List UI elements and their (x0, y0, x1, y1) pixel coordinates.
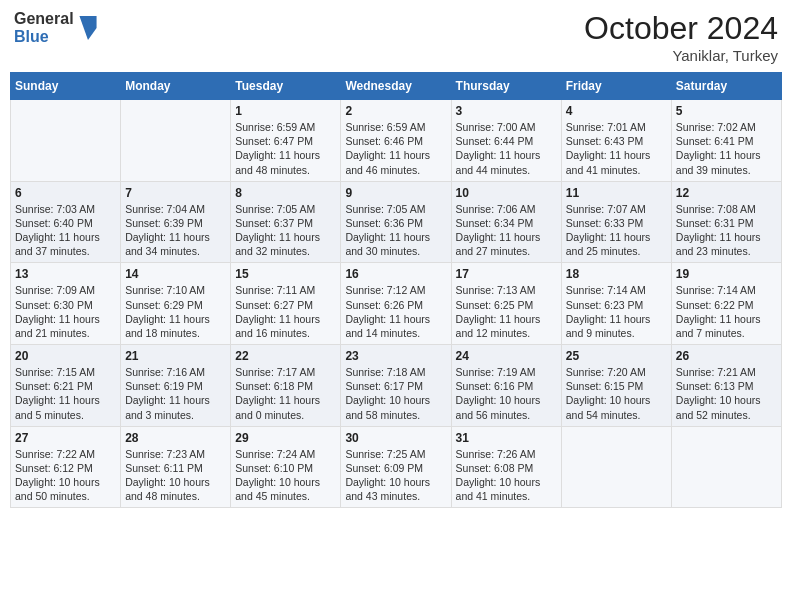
day-number: 28 (125, 431, 226, 445)
month-year-title: October 2024 (584, 10, 778, 47)
logo-blue-text: Blue (14, 28, 74, 46)
day-number: 21 (125, 349, 226, 363)
day-detail: Sunrise: 7:14 AM Sunset: 6:22 PM Dayligh… (676, 283, 777, 340)
calendar-cell: 30Sunrise: 7:25 AM Sunset: 6:09 PM Dayli… (341, 426, 451, 508)
day-detail: Sunrise: 7:19 AM Sunset: 6:16 PM Dayligh… (456, 365, 557, 422)
calendar-cell: 1Sunrise: 6:59 AM Sunset: 6:47 PM Daylig… (231, 100, 341, 182)
calendar-cell: 20Sunrise: 7:15 AM Sunset: 6:21 PM Dayli… (11, 345, 121, 427)
day-number: 7 (125, 186, 226, 200)
day-number: 6 (15, 186, 116, 200)
day-detail: Sunrise: 7:15 AM Sunset: 6:21 PM Dayligh… (15, 365, 116, 422)
day-number: 12 (676, 186, 777, 200)
day-number: 22 (235, 349, 336, 363)
day-detail: Sunrise: 7:04 AM Sunset: 6:39 PM Dayligh… (125, 202, 226, 259)
calendar-week-3: 13Sunrise: 7:09 AM Sunset: 6:30 PM Dayli… (11, 263, 782, 345)
day-detail: Sunrise: 7:14 AM Sunset: 6:23 PM Dayligh… (566, 283, 667, 340)
day-number: 25 (566, 349, 667, 363)
calendar-cell: 16Sunrise: 7:12 AM Sunset: 6:26 PM Dayli… (341, 263, 451, 345)
day-number: 17 (456, 267, 557, 281)
day-detail: Sunrise: 7:02 AM Sunset: 6:41 PM Dayligh… (676, 120, 777, 177)
day-number: 1 (235, 104, 336, 118)
day-number: 31 (456, 431, 557, 445)
col-header-tuesday: Tuesday (231, 73, 341, 100)
col-header-sunday: Sunday (11, 73, 121, 100)
calendar-cell: 7Sunrise: 7:04 AM Sunset: 6:39 PM Daylig… (121, 181, 231, 263)
calendar-cell: 18Sunrise: 7:14 AM Sunset: 6:23 PM Dayli… (561, 263, 671, 345)
day-detail: Sunrise: 7:06 AM Sunset: 6:34 PM Dayligh… (456, 202, 557, 259)
day-detail: Sunrise: 7:25 AM Sunset: 6:09 PM Dayligh… (345, 447, 446, 504)
day-number: 20 (15, 349, 116, 363)
day-detail: Sunrise: 7:03 AM Sunset: 6:40 PM Dayligh… (15, 202, 116, 259)
page-header: General Blue October 2024 Yaniklar, Turk… (10, 10, 782, 64)
day-number: 19 (676, 267, 777, 281)
col-header-thursday: Thursday (451, 73, 561, 100)
day-detail: Sunrise: 7:16 AM Sunset: 6:19 PM Dayligh… (125, 365, 226, 422)
calendar-cell: 6Sunrise: 7:03 AM Sunset: 6:40 PM Daylig… (11, 181, 121, 263)
logo: General Blue (14, 10, 98, 45)
day-number: 27 (15, 431, 116, 445)
calendar-cell: 11Sunrise: 7:07 AM Sunset: 6:33 PM Dayli… (561, 181, 671, 263)
day-detail: Sunrise: 7:26 AM Sunset: 6:08 PM Dayligh… (456, 447, 557, 504)
calendar-cell: 21Sunrise: 7:16 AM Sunset: 6:19 PM Dayli… (121, 345, 231, 427)
day-detail: Sunrise: 7:21 AM Sunset: 6:13 PM Dayligh… (676, 365, 777, 422)
calendar-cell: 13Sunrise: 7:09 AM Sunset: 6:30 PM Dayli… (11, 263, 121, 345)
day-number: 10 (456, 186, 557, 200)
day-number: 2 (345, 104, 446, 118)
calendar-cell: 29Sunrise: 7:24 AM Sunset: 6:10 PM Dayli… (231, 426, 341, 508)
calendar-cell: 23Sunrise: 7:18 AM Sunset: 6:17 PM Dayli… (341, 345, 451, 427)
calendar-cell: 14Sunrise: 7:10 AM Sunset: 6:29 PM Dayli… (121, 263, 231, 345)
day-detail: Sunrise: 7:05 AM Sunset: 6:37 PM Dayligh… (235, 202, 336, 259)
calendar-cell: 5Sunrise: 7:02 AM Sunset: 6:41 PM Daylig… (671, 100, 781, 182)
col-header-monday: Monday (121, 73, 231, 100)
calendar-cell: 26Sunrise: 7:21 AM Sunset: 6:13 PM Dayli… (671, 345, 781, 427)
day-number: 30 (345, 431, 446, 445)
calendar-cell: 12Sunrise: 7:08 AM Sunset: 6:31 PM Dayli… (671, 181, 781, 263)
day-detail: Sunrise: 7:18 AM Sunset: 6:17 PM Dayligh… (345, 365, 446, 422)
calendar-week-4: 20Sunrise: 7:15 AM Sunset: 6:21 PM Dayli… (11, 345, 782, 427)
day-number: 29 (235, 431, 336, 445)
day-number: 3 (456, 104, 557, 118)
calendar-cell: 27Sunrise: 7:22 AM Sunset: 6:12 PM Dayli… (11, 426, 121, 508)
day-number: 16 (345, 267, 446, 281)
day-number: 4 (566, 104, 667, 118)
day-number: 15 (235, 267, 336, 281)
day-detail: Sunrise: 6:59 AM Sunset: 6:47 PM Dayligh… (235, 120, 336, 177)
day-detail: Sunrise: 7:11 AM Sunset: 6:27 PM Dayligh… (235, 283, 336, 340)
day-detail: Sunrise: 7:00 AM Sunset: 6:44 PM Dayligh… (456, 120, 557, 177)
day-detail: Sunrise: 7:24 AM Sunset: 6:10 PM Dayligh… (235, 447, 336, 504)
day-number: 14 (125, 267, 226, 281)
calendar-cell (561, 426, 671, 508)
day-detail: Sunrise: 7:23 AM Sunset: 6:11 PM Dayligh… (125, 447, 226, 504)
day-number: 26 (676, 349, 777, 363)
logo-icon (78, 16, 98, 40)
calendar-header-row: SundayMondayTuesdayWednesdayThursdayFrid… (11, 73, 782, 100)
day-detail: Sunrise: 7:17 AM Sunset: 6:18 PM Dayligh… (235, 365, 336, 422)
day-detail: Sunrise: 7:07 AM Sunset: 6:33 PM Dayligh… (566, 202, 667, 259)
calendar-cell: 9Sunrise: 7:05 AM Sunset: 6:36 PM Daylig… (341, 181, 451, 263)
calendar-cell: 10Sunrise: 7:06 AM Sunset: 6:34 PM Dayli… (451, 181, 561, 263)
day-detail: Sunrise: 7:09 AM Sunset: 6:30 PM Dayligh… (15, 283, 116, 340)
title-block: October 2024 Yaniklar, Turkey (584, 10, 778, 64)
col-header-friday: Friday (561, 73, 671, 100)
col-header-saturday: Saturday (671, 73, 781, 100)
calendar-cell: 25Sunrise: 7:20 AM Sunset: 6:15 PM Dayli… (561, 345, 671, 427)
calendar-cell: 3Sunrise: 7:00 AM Sunset: 6:44 PM Daylig… (451, 100, 561, 182)
day-detail: Sunrise: 7:12 AM Sunset: 6:26 PM Dayligh… (345, 283, 446, 340)
calendar-cell: 24Sunrise: 7:19 AM Sunset: 6:16 PM Dayli… (451, 345, 561, 427)
calendar-cell: 31Sunrise: 7:26 AM Sunset: 6:08 PM Dayli… (451, 426, 561, 508)
calendar-cell: 17Sunrise: 7:13 AM Sunset: 6:25 PM Dayli… (451, 263, 561, 345)
calendar-cell: 2Sunrise: 6:59 AM Sunset: 6:46 PM Daylig… (341, 100, 451, 182)
day-detail: Sunrise: 7:05 AM Sunset: 6:36 PM Dayligh… (345, 202, 446, 259)
day-number: 9 (345, 186, 446, 200)
day-detail: Sunrise: 7:01 AM Sunset: 6:43 PM Dayligh… (566, 120, 667, 177)
day-detail: Sunrise: 6:59 AM Sunset: 6:46 PM Dayligh… (345, 120, 446, 177)
calendar-cell: 22Sunrise: 7:17 AM Sunset: 6:18 PM Dayli… (231, 345, 341, 427)
calendar-week-2: 6Sunrise: 7:03 AM Sunset: 6:40 PM Daylig… (11, 181, 782, 263)
calendar-cell (671, 426, 781, 508)
col-header-wednesday: Wednesday (341, 73, 451, 100)
calendar-week-1: 1Sunrise: 6:59 AM Sunset: 6:47 PM Daylig… (11, 100, 782, 182)
day-number: 13 (15, 267, 116, 281)
calendar-cell: 28Sunrise: 7:23 AM Sunset: 6:11 PM Dayli… (121, 426, 231, 508)
location-subtitle: Yaniklar, Turkey (584, 47, 778, 64)
day-number: 23 (345, 349, 446, 363)
